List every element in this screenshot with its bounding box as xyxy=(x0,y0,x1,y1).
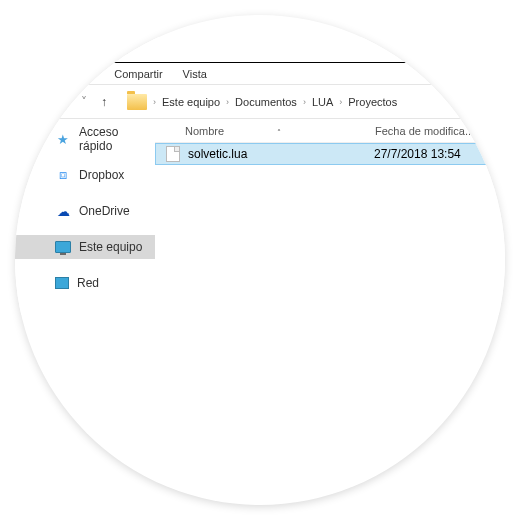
sidebar-quick-access[interactable]: ★ Acceso rápido xyxy=(15,127,155,151)
ribbon: vo Inicio Compartir Vista xyxy=(15,63,505,85)
ribbon-tab-compartir[interactable]: Compartir xyxy=(114,68,162,80)
chevron-right-icon: › xyxy=(339,97,342,107)
sidebar-dropbox[interactable]: ⧈ Dropbox xyxy=(15,163,155,187)
file-name-label: solvetic.lua xyxy=(188,147,374,161)
ribbon-file-tab[interactable]: vo xyxy=(37,68,49,80)
sidebar: ★ Acceso rápido ⧈ Dropbox ☁ OneDrive xyxy=(15,119,155,315)
sidebar-item-label: Red xyxy=(77,276,99,290)
sidebar-item-label: Este equipo xyxy=(79,240,142,254)
sidebar-this-pc[interactable]: Este equipo xyxy=(15,235,155,259)
file-icon xyxy=(166,146,180,162)
sidebar-item-label: OneDrive xyxy=(79,204,130,218)
window-title: Proyectos xyxy=(75,43,128,57)
titlebar[interactable]: Proyectos xyxy=(15,37,505,63)
network-icon xyxy=(55,277,69,289)
breadcrumb-item[interactable]: Documentos xyxy=(235,96,297,108)
dropbox-icon: ⧈ xyxy=(55,167,71,183)
explorer-window: Proyectos vo Inicio Compartir Vista ← → … xyxy=(15,37,505,315)
star-icon: ★ xyxy=(55,131,71,147)
monitor-icon xyxy=(55,241,71,253)
nav-back-icon[interactable]: ← xyxy=(37,95,51,109)
breadcrumb-item[interactable]: Este equipo xyxy=(162,96,220,108)
column-header-date[interactable]: Fecha de modifica... xyxy=(375,125,505,137)
file-pane: Nombre ˄ Fecha de modifica... solvetic.l… xyxy=(155,119,505,315)
ribbon-tab-inicio[interactable]: Inicio xyxy=(69,68,95,80)
sort-caret-icon: ˄ xyxy=(277,128,281,137)
sidebar-onedrive[interactable]: ☁ OneDrive xyxy=(15,199,155,223)
column-headers: Nombre ˄ Fecha de modifica... xyxy=(155,119,505,143)
nav-up-icon[interactable]: ↑ xyxy=(97,95,111,109)
sidebar-item-label: Dropbox xyxy=(79,168,124,182)
ribbon-tab-vista[interactable]: Vista xyxy=(183,68,207,80)
nav-forward-icon[interactable]: → xyxy=(57,95,71,109)
nav-dropdown-icon[interactable]: ˅ xyxy=(77,95,91,109)
folder-icon xyxy=(127,94,147,110)
chevron-right-icon: › xyxy=(303,97,306,107)
breadcrumb-item[interactable]: Proyectos xyxy=(348,96,397,108)
cloud-icon: ☁ xyxy=(55,203,71,219)
file-row[interactable]: solvetic.lua 27/7/2018 13:54 xyxy=(155,143,505,165)
file-date-label: 27/7/2018 13:54 xyxy=(374,147,461,161)
sidebar-item-label: Acceso rápido xyxy=(79,125,155,153)
chevron-right-icon: › xyxy=(153,97,156,107)
sidebar-network[interactable]: Red xyxy=(15,271,155,295)
breadcrumb-item[interactable]: LUA xyxy=(312,96,333,108)
column-header-name[interactable]: Nombre ˄ xyxy=(155,125,375,137)
address-bar: ← → ˅ ↑ › Este equipo › Documentos › LUA… xyxy=(15,85,505,119)
chevron-right-icon: › xyxy=(226,97,229,107)
